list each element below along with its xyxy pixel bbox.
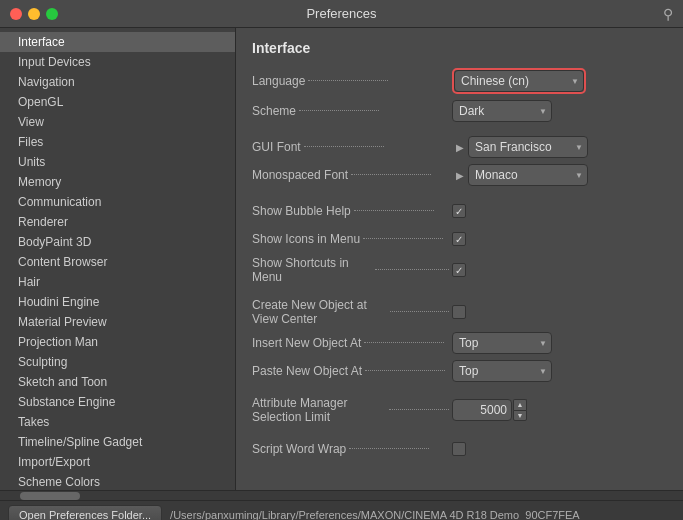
form-row-script_word_wrap: Script Word Wrap — [252, 438, 667, 460]
checkbox-script_word_wrap[interactable] — [452, 442, 466, 456]
sidebar-item-scheme-colors[interactable]: Scheme Colors — [0, 472, 235, 490]
label-show_icons_menu: Show Icons in Menu — [252, 232, 452, 246]
open-preferences-button[interactable]: Open Preferences Folder... — [8, 505, 162, 521]
window-title: Preferences — [306, 6, 376, 21]
separator-sep2 — [252, 192, 667, 200]
dropdown-language[interactable]: Chinese (cn)EnglishGermanFrenchJapanese — [454, 70, 584, 92]
label-paste_object: Paste New Object At — [252, 364, 452, 378]
sidebar-item-bodypaint-3d[interactable]: BodyPaint 3D — [0, 232, 235, 252]
spinner-up-attr_manager[interactable]: ▲ — [513, 399, 527, 410]
sidebar-item-units[interactable]: Units — [0, 152, 235, 172]
sidebar-item-input-devices[interactable]: Input Devices — [0, 52, 235, 72]
dropdown-wrap-scheme: DarkLightClassic — [452, 100, 552, 122]
sidebar: InterfaceInput DevicesNavigationOpenGLVi… — [0, 28, 236, 490]
horizontal-scrollbar[interactable] — [0, 490, 683, 500]
minimize-button[interactable] — [28, 8, 40, 20]
checkbox-show_icons_menu[interactable] — [452, 232, 466, 246]
form-row-paste_object: Paste New Object AtTopBottomBefore Selec… — [252, 360, 667, 382]
traffic-lights — [10, 8, 58, 20]
checkbox-create_new_object[interactable] — [452, 305, 466, 319]
label-script_word_wrap: Script Word Wrap — [252, 442, 452, 456]
sidebar-item-sketch-and-toon[interactable]: Sketch and Toon — [0, 372, 235, 392]
value-paste_object: TopBottomBefore SelectionAfter Selection — [452, 360, 552, 382]
sidebar-item-renderer[interactable]: Renderer — [0, 212, 235, 232]
separator-sep4 — [252, 388, 667, 396]
sidebar-item-projection-man[interactable]: Projection Man — [0, 332, 235, 352]
form-row-language: LanguageChinese (cn)EnglishGermanFrenchJ… — [252, 68, 667, 94]
sidebar-item-houdini-engine[interactable]: Houdini Engine — [0, 292, 235, 312]
form-row-attr_manager: Attribute Manager Selection Limit▲▼ — [252, 396, 667, 424]
form-row-scheme: SchemeDarkLightClassic — [252, 100, 667, 122]
dots-language — [308, 80, 388, 81]
sidebar-item-interface[interactable]: Interface — [0, 32, 235, 52]
dropdown-paste_object[interactable]: TopBottomBefore SelectionAfter Selection — [452, 360, 552, 382]
sidebar-item-timeline-spline-gadget[interactable]: Timeline/Spline Gadget — [0, 432, 235, 452]
preferences-path: /Users/panxuming/Library/Preferences/MAX… — [170, 509, 580, 521]
label-gui_font: GUI Font — [252, 140, 452, 154]
maximize-button[interactable] — [46, 8, 58, 20]
label-show_bubble_help: Show Bubble Help — [252, 204, 452, 218]
content-area: Interface LanguageChinese (cn)EnglishGer… — [236, 28, 683, 490]
sidebar-item-view[interactable]: View — [0, 112, 235, 132]
form-row-create_new_object: Create New Object at View Center — [252, 298, 667, 326]
form-row-show_bubble_help: Show Bubble Help — [252, 200, 667, 222]
sidebar-item-hair[interactable]: Hair — [0, 272, 235, 292]
label-monospaced_font: Monospaced Font — [252, 168, 452, 182]
dropdown-wrap-gui_font: San FranciscoHelveticaArial — [468, 136, 588, 158]
checkbox-show_shortcuts_menu[interactable] — [452, 263, 466, 277]
label-create_new_object: Create New Object at View Center — [252, 298, 452, 326]
dots-show_bubble_help — [354, 210, 434, 211]
spinner-input-attr_manager[interactable] — [452, 399, 512, 421]
form-row-gui_font: GUI Font▶San FranciscoHelveticaArial — [252, 136, 667, 158]
value-language: Chinese (cn)EnglishGermanFrenchJapanese — [452, 68, 586, 94]
form-row-monospaced_font: Monospaced Font▶MonacoCourier NewMenlo — [252, 164, 667, 186]
scrollbar-thumb[interactable] — [20, 492, 80, 500]
form-row-insert_new_object: Insert New Object AtTopBottomBefore Sele… — [252, 332, 667, 354]
sidebar-item-communication[interactable]: Communication — [0, 192, 235, 212]
dots-scheme — [299, 110, 379, 111]
bottom-bar: Open Preferences Folder... /Users/panxum… — [0, 500, 683, 520]
sidebar-item-import-export[interactable]: Import/Export — [0, 452, 235, 472]
value-show_icons_menu — [452, 232, 466, 246]
dropdown-scheme[interactable]: DarkLightClassic — [452, 100, 552, 122]
dots-insert_new_object — [364, 342, 444, 343]
separator-sep5 — [252, 430, 667, 438]
dropdown-wrap-insert_new_object: TopBottomBefore SelectionAfter Selection — [452, 332, 552, 354]
value-attr_manager: ▲▼ — [452, 399, 527, 421]
search-icon[interactable]: ⚲ — [663, 6, 673, 22]
dots-create_new_object — [390, 311, 449, 312]
dots-script_word_wrap — [349, 448, 429, 449]
value-gui_font: ▶San FranciscoHelveticaArial — [452, 136, 588, 158]
sidebar-item-memory[interactable]: Memory — [0, 172, 235, 192]
arrow-monospaced_font: ▶ — [456, 170, 464, 181]
label-attr_manager: Attribute Manager Selection Limit — [252, 396, 452, 424]
value-create_new_object — [452, 305, 466, 319]
dropdown-monospaced_font[interactable]: MonacoCourier NewMenlo — [468, 164, 588, 186]
checkbox-show_bubble_help[interactable] — [452, 204, 466, 218]
dots-show_icons_menu — [363, 238, 443, 239]
dots-show_shortcuts_menu — [375, 269, 449, 270]
label-show_shortcuts_menu: Show Shortcuts in Menu — [252, 256, 452, 284]
sidebar-item-sculpting[interactable]: Sculpting — [0, 352, 235, 372]
spinner-buttons-attr_manager: ▲▼ — [513, 399, 527, 421]
sidebar-item-takes[interactable]: Takes — [0, 412, 235, 432]
sidebar-item-opengl[interactable]: OpenGL — [0, 92, 235, 112]
spinner-down-attr_manager[interactable]: ▼ — [513, 410, 527, 421]
sidebar-item-files[interactable]: Files — [0, 132, 235, 152]
sidebar-item-substance-engine[interactable]: Substance Engine — [0, 392, 235, 412]
value-monospaced_font: ▶MonacoCourier NewMenlo — [452, 164, 588, 186]
separator-sep1 — [252, 128, 667, 136]
arrow-gui_font: ▶ — [456, 142, 464, 153]
dropdown-gui_font[interactable]: San FranciscoHelveticaArial — [468, 136, 588, 158]
dropdown-wrap-paste_object: TopBottomBefore SelectionAfter Selection — [452, 360, 552, 382]
form-row-show_shortcuts_menu: Show Shortcuts in Menu — [252, 256, 667, 284]
sidebar-item-content-browser[interactable]: Content Browser — [0, 252, 235, 272]
sidebar-item-material-preview[interactable]: Material Preview — [0, 312, 235, 332]
dropdown-wrap-language: Chinese (cn)EnglishGermanFrenchJapanese — [452, 68, 586, 94]
sidebar-item-navigation[interactable]: Navigation — [0, 72, 235, 92]
close-button[interactable] — [10, 8, 22, 20]
value-scheme: DarkLightClassic — [452, 100, 552, 122]
dropdown-insert_new_object[interactable]: TopBottomBefore SelectionAfter Selection — [452, 332, 552, 354]
dropdown-wrap-monospaced_font: MonacoCourier NewMenlo — [468, 164, 588, 186]
label-language: Language — [252, 74, 452, 88]
